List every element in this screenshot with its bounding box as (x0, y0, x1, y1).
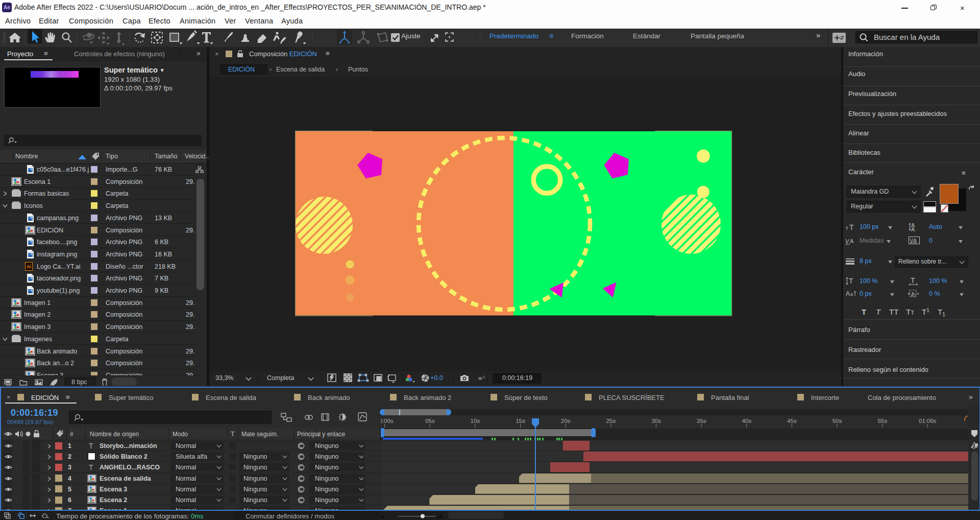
svg-text:V: V (845, 238, 850, 244)
svg-text:55s: 55s (877, 418, 887, 424)
svg-text:15s: 15s (516, 418, 525, 424)
svg-text:20s: 20s (561, 418, 571, 424)
svg-text:A: A (911, 226, 915, 232)
svg-text:50s: 50s (832, 418, 842, 424)
svg-text:V̲A̲: V̲A̲ (910, 238, 917, 244)
svg-text:T: T (849, 277, 853, 285)
svg-text:T: T (849, 223, 854, 231)
svg-text:A: A (846, 290, 850, 297)
svg-text:Ai: Ai (27, 264, 31, 269)
svg-text:あ: あ (911, 291, 916, 297)
svg-text:01:00s: 01:00s (919, 418, 937, 424)
svg-text:35s: 35s (697, 418, 706, 424)
svg-text:05s: 05s (425, 418, 435, 424)
svg-text:a: a (850, 292, 853, 297)
svg-text:25s: 25s (606, 418, 616, 424)
svg-text:40s: 40s (742, 418, 751, 424)
svg-text:10s: 10s (471, 418, 480, 424)
svg-text:т: т (846, 225, 848, 231)
svg-text:A: A (850, 238, 854, 244)
svg-text:0:00s: 0:00s (381, 418, 394, 424)
svg-text:45s: 45s (787, 418, 797, 424)
svg-text:30s: 30s (651, 418, 661, 424)
svg-text:T: T (911, 276, 915, 285)
